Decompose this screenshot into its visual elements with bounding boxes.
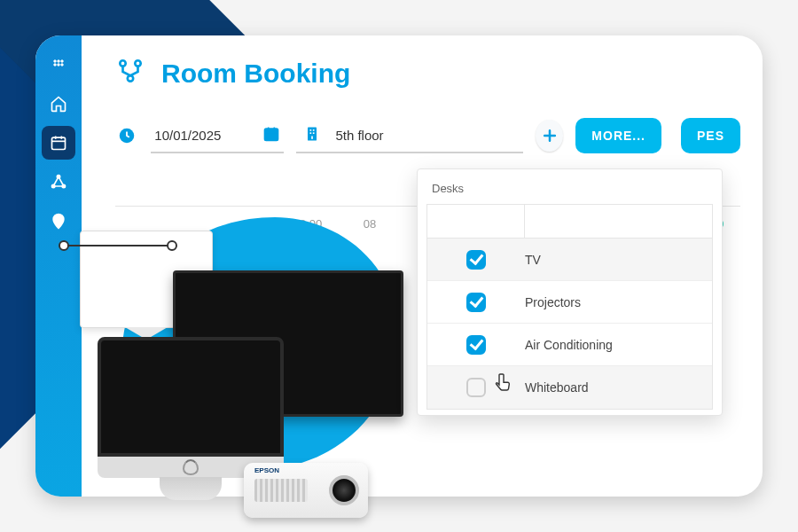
- svg-point-12: [62, 184, 65, 187]
- map-pin-icon[interactable]: [42, 204, 75, 238]
- svg-point-3: [54, 64, 57, 66]
- projector-illustration: EPSON: [244, 463, 368, 518]
- svg-rect-6: [52, 137, 66, 149]
- svg-rect-25: [310, 132, 312, 134]
- desk-row-label: Air Conditioning: [525, 338, 613, 352]
- desk-row-label: TV: [525, 253, 541, 267]
- desk-row-whiteboard[interactable]: Whiteboard: [427, 366, 712, 409]
- desk-row-projectors[interactable]: Projectors: [427, 281, 712, 324]
- svg-rect-27: [312, 136, 314, 138]
- cursor-icon: [493, 372, 514, 399]
- connector-line: [66, 245, 173, 246]
- filter-bar: 10/01/2025 5th floor MORE... PES: [115, 115, 740, 156]
- checkbox-icon[interactable]: [466, 378, 486, 397]
- svg-point-11: [52, 184, 55, 187]
- svg-rect-23: [310, 129, 312, 131]
- devices-illustration: EPSON: [89, 213, 417, 488]
- svg-rect-24: [313, 129, 315, 131]
- app-card: Room Booking 10/01/2025 5th floor MORE..…: [35, 35, 763, 497]
- page-heading: Room Booking: [115, 57, 350, 90]
- svg-point-4: [58, 64, 60, 66]
- checkbox-icon[interactable]: [466, 335, 486, 355]
- svg-point-2: [61, 60, 64, 63]
- apps-icon[interactable]: [42, 48, 75, 82]
- more-button[interactable]: MORE...: [575, 118, 661, 153]
- desk-panel-title: Desks: [418, 169, 722, 204]
- desk-row-airconditioning[interactable]: Air Conditioning: [427, 324, 712, 366]
- svg-point-1: [58, 60, 60, 63]
- svg-point-5: [61, 64, 64, 66]
- calendar-icon[interactable]: [42, 126, 75, 160]
- calendar-picker-icon[interactable]: [262, 125, 280, 145]
- floor-field[interactable]: 5th floor: [296, 118, 522, 153]
- network-icon[interactable]: [42, 165, 75, 199]
- desk-row-label: Projectors: [525, 295, 581, 309]
- page-title: Room Booking: [161, 59, 350, 89]
- svg-point-14: [120, 60, 125, 66]
- connector-dot: [59, 240, 69, 251]
- svg-rect-26: [313, 132, 315, 134]
- room-booking-icon: [115, 57, 145, 90]
- building-icon: [303, 125, 321, 145]
- desk-table-header: [427, 205, 712, 239]
- svg-point-13: [57, 217, 60, 221]
- secondary-button[interactable]: PES: [681, 118, 740, 153]
- home-icon[interactable]: [42, 87, 75, 121]
- floor-value: 5th floor: [335, 128, 383, 143]
- desk-filter-panel: Desks TV Projectors Air Conditioning Whi…: [417, 168, 723, 416]
- checkbox-icon[interactable]: [466, 293, 486, 312]
- desk-table: TV Projectors Air Conditioning Whiteboar…: [426, 204, 713, 410]
- desk-row-tv[interactable]: TV: [427, 239, 712, 281]
- sidebar: [35, 35, 82, 497]
- clock-icon: [115, 122, 138, 149]
- svg-point-0: [54, 60, 57, 63]
- svg-rect-18: [265, 129, 278, 140]
- date-value: 10/01/2025: [154, 128, 221, 143]
- projector-brand: EPSON: [254, 466, 279, 474]
- svg-point-10: [57, 176, 59, 178]
- connector-dot: [167, 240, 177, 251]
- date-field[interactable]: 10/01/2025: [151, 118, 284, 153]
- desk-row-label: Whiteboard: [525, 380, 589, 395]
- svg-point-15: [135, 60, 140, 66]
- checkbox-icon[interactable]: [466, 250, 486, 270]
- add-button[interactable]: [536, 120, 564, 152]
